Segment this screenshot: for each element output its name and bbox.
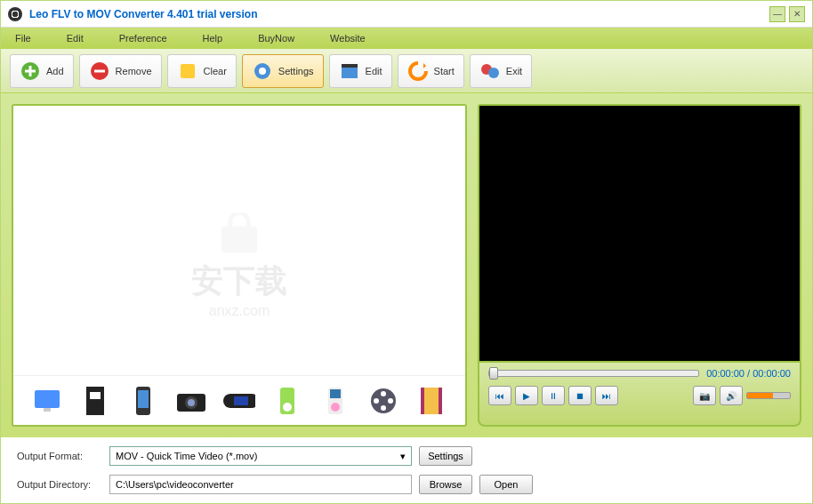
svg-rect-9 [221, 226, 257, 252]
exit-icon [479, 60, 501, 82]
start-label: Start [434, 66, 455, 76]
minimize-button[interactable]: — [769, 6, 785, 22]
remove-button[interactable]: Remove [79, 54, 162, 88]
svg-point-30 [388, 398, 393, 404]
settings-button[interactable]: Settings [242, 54, 324, 88]
menu-help[interactable]: Help [197, 31, 229, 45]
exit-button[interactable]: Exit [470, 54, 532, 88]
film-icon[interactable] [79, 385, 111, 417]
svg-rect-24 [330, 389, 341, 398]
prev-button[interactable]: ⏮ [488, 386, 511, 405]
snapshot-button[interactable]: 📷 [693, 386, 716, 405]
svg-rect-11 [44, 408, 51, 412]
player-controls: 00:00:00 / 00:00:00 ⏮ ▶ ⏸ ⏹ ⏭ 📷 🔊 [478, 363, 801, 427]
svg-point-18 [188, 399, 195, 406]
file-list[interactable]: 安下载 anxz.com [13, 106, 465, 375]
output-directory-value: C:\Users\pc\videoconverter [116, 479, 234, 490]
reel-icon[interactable] [367, 385, 399, 417]
titlebar: Leo FLV to MOV Converter 4.401 trial ver… [1, 1, 812, 28]
time-display: 00:00:00 / 00:00:00 [706, 368, 791, 379]
clear-icon [177, 60, 198, 82]
output-directory-input[interactable]: C:\Users\pc\videoconverter [109, 475, 412, 494]
svg-point-27 [381, 391, 386, 396]
remove-label: Remove [116, 66, 152, 76]
format-settings-button[interactable]: Settings [419, 446, 472, 466]
svg-point-28 [381, 405, 386, 411]
ipod-pink-icon[interactable] [319, 385, 351, 417]
svg-point-22 [283, 403, 292, 412]
menubar: File Edit Preference Help BuyNow Website [1, 28, 812, 49]
exit-label: Exit [506, 66, 522, 76]
svg-rect-31 [423, 388, 440, 414]
browse-button[interactable]: Browse [419, 475, 472, 494]
play-button[interactable]: ▶ [515, 386, 538, 405]
svg-point-8 [488, 68, 499, 78]
stop-button[interactable]: ⏹ [568, 386, 592, 405]
watermark-text: 安下载 [191, 259, 287, 302]
app-window: Leo FLV to MOV Converter 4.401 trial ver… [0, 0, 813, 504]
svg-point-4 [259, 68, 266, 75]
watermark-sub: anxz.com [191, 302, 287, 318]
output-format-label: Output Format: [17, 451, 102, 461]
svg-rect-5 [342, 68, 358, 78]
svg-rect-15 [138, 390, 149, 408]
menu-preference[interactable]: Preference [114, 31, 173, 45]
settings-label: Settings [278, 66, 314, 76]
menu-edit[interactable]: Edit [61, 31, 89, 45]
menu-website[interactable]: Website [325, 31, 371, 45]
next-button[interactable]: ⏭ [595, 386, 618, 405]
main-area: 安下载 anxz.com [1, 93, 812, 437]
clapper-icon [339, 60, 360, 82]
monitor-icon[interactable] [31, 385, 63, 417]
window-title: Leo FLV to MOV Converter 4.401 trial ver… [29, 8, 766, 20]
right-panel: 00:00:00 / 00:00:00 ⏮ ▶ ⏸ ⏹ ⏭ 📷 🔊 [478, 104, 801, 427]
start-button[interactable]: Start [398, 54, 464, 88]
open-button[interactable]: Open [479, 475, 533, 494]
toolbar: Add Remove Clear Settings Edit Start Exi… [1, 49, 812, 93]
chevron-down-icon: ▾ [400, 451, 406, 462]
remove-icon [89, 60, 110, 82]
video-preview[interactable] [478, 104, 801, 363]
timeline-slider[interactable] [488, 370, 699, 377]
psp-icon[interactable] [223, 385, 255, 417]
edit-button[interactable]: Edit [329, 54, 392, 88]
file-list-panel: 安下载 anxz.com [12, 104, 467, 427]
close-button[interactable]: ✕ [789, 6, 805, 22]
app-icon [8, 7, 22, 21]
time-total: 00:00:00 [753, 368, 791, 379]
output-directory-label: Output Directory: [17, 479, 102, 490]
gear-icon [252, 60, 273, 82]
time-current: 00:00:00 [706, 368, 745, 379]
svg-rect-20 [234, 396, 248, 405]
volume-slider[interactable] [746, 392, 791, 399]
svg-point-25 [331, 403, 340, 412]
clear-button[interactable]: Clear [167, 54, 237, 88]
bottom-panel: Output Format: MOV - Quick Time Video (*… [1, 437, 812, 503]
svg-rect-2 [181, 64, 195, 78]
pause-button[interactable]: ⏸ [542, 386, 565, 405]
svg-rect-13 [90, 392, 101, 399]
add-button[interactable]: Add [10, 54, 74, 88]
menu-file[interactable]: File [10, 31, 36, 45]
menu-buynow[interactable]: BuyNow [253, 31, 300, 45]
timeline-handle[interactable] [489, 367, 498, 380]
phone-icon[interactable] [127, 385, 159, 417]
device-icons-row [13, 375, 465, 425]
add-icon [20, 60, 41, 82]
svg-rect-6 [342, 64, 358, 68]
output-format-select[interactable]: MOV - Quick Time Video (*.mov) ▾ [109, 446, 412, 466]
svg-point-29 [374, 398, 379, 404]
ipod-green-icon[interactable] [271, 385, 303, 417]
svg-rect-10 [35, 390, 60, 408]
clear-label: Clear [204, 66, 227, 76]
watermark: 安下载 anxz.com [191, 212, 287, 318]
filmstrip-icon[interactable] [415, 385, 447, 417]
volume-button[interactable]: 🔊 [720, 386, 743, 405]
add-label: Add [46, 66, 64, 76]
edit-label: Edit [366, 66, 382, 76]
svg-rect-12 [86, 387, 104, 415]
start-icon [407, 60, 429, 82]
camera-icon[interactable] [175, 385, 207, 417]
svg-rect-32 [421, 388, 424, 414]
svg-rect-33 [439, 388, 442, 414]
